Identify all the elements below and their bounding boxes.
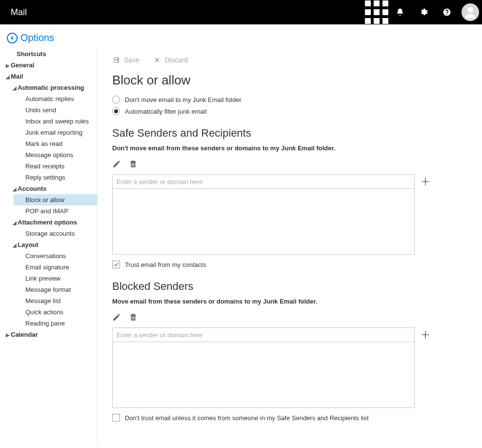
pencil-icon	[112, 313, 121, 322]
blocked-senders-list[interactable]	[112, 342, 415, 408]
radio-auto-filter-label: Automatically filter junk email	[125, 108, 207, 115]
trash-icon	[129, 313, 138, 322]
radio-auto-filter-row[interactable]: Automatically filter junk email	[112, 107, 467, 115]
sidebar-calendar[interactable]: ▶Calendar	[0, 329, 97, 340]
sidebar-calendar-label: Calendar	[11, 331, 38, 338]
safe-senders-desc: Don't move email from these senders or d…	[112, 144, 467, 152]
blocked-senders-title: Blocked Senders	[112, 280, 467, 293]
radio-no-move[interactable]	[112, 96, 120, 103]
trust-contacts-label: Trust email from my contacts	[125, 261, 206, 268]
blocked-sender-input[interactable]	[112, 327, 415, 342]
only-safe-checkbox[interactable]	[112, 414, 120, 422]
radio-no-move-row[interactable]: Don't move email to my Junk Email folder	[112, 96, 467, 103]
chevron-down-icon: ◢	[13, 243, 18, 248]
plus-icon	[421, 330, 430, 340]
settings-button[interactable]	[412, 0, 435, 24]
safe-edit-button[interactable]	[112, 160, 121, 170]
sidebar-pop-imap[interactable]: POP and IMAP	[14, 205, 97, 217]
sidebar-block-or-allow[interactable]: Block or allow	[14, 194, 97, 205]
sidebar-shortcuts[interactable]: Shortcuts	[0, 48, 97, 60]
sidebar-layout[interactable]: ◢Layout	[7, 239, 97, 250]
header-actions	[365, 0, 482, 24]
safe-senders-editor: Trust email from my contacts	[112, 160, 467, 268]
sidebar-message-format[interactable]: Message format	[14, 284, 97, 295]
trust-contacts-checkbox[interactable]	[112, 261, 120, 268]
svg-rect-8	[382, 18, 388, 24]
sidebar-item-label: Automatic processing	[18, 84, 84, 91]
svg-point-9	[467, 7, 473, 12]
chevron-down-icon: ◢	[13, 220, 18, 225]
sidebar-storage-accounts[interactable]: Storage accounts	[14, 228, 97, 239]
blocked-edit-button[interactable]	[112, 313, 121, 324]
discard-button[interactable]: Discard	[153, 56, 188, 64]
sidebar-accounts[interactable]: ◢Accounts	[7, 183, 97, 194]
page-title: Block or allow	[112, 73, 467, 88]
app-launcher-icon	[365, 0, 388, 24]
blocked-delete-button[interactable]	[129, 313, 138, 324]
sidebar-junk-email-reporting[interactable]: Junk email reporting	[14, 127, 97, 138]
svg-rect-0	[365, 0, 371, 6]
safe-sender-input[interactable]	[112, 174, 415, 189]
svg-rect-1	[374, 0, 380, 6]
svg-rect-5	[382, 9, 388, 15]
help-button[interactable]	[435, 0, 459, 24]
svg-rect-7	[374, 18, 380, 24]
chevron-right-icon: ▶	[6, 332, 11, 338]
blocked-add-button[interactable]	[420, 329, 431, 341]
sidebar-inbox-sweep-rules[interactable]: Inbox and sweep rules	[14, 116, 97, 127]
blocked-senders-toolbar	[112, 313, 467, 324]
sidebar-reply-settings[interactable]: Reply settings	[14, 172, 97, 183]
sidebar-mark-as-read[interactable]: Mark as read	[14, 138, 97, 149]
sidebar-email-signature[interactable]: Email signature	[14, 262, 97, 273]
sidebar-conversations[interactable]: Conversations	[14, 250, 97, 262]
safe-senders-list[interactable]	[112, 189, 415, 255]
app-launcher-button[interactable]	[365, 0, 388, 24]
options-header: Options	[0, 24, 482, 47]
plus-icon	[421, 177, 430, 186]
safe-delete-button[interactable]	[129, 160, 138, 170]
safe-senders-title: Safe Senders and Recipients	[112, 127, 467, 140]
sidebar-read-receipts[interactable]: Read receipts	[14, 161, 97, 172]
radio-auto-filter[interactable]	[112, 107, 120, 115]
chevron-down-icon: ◢	[6, 74, 11, 80]
sidebar-item-label: Layout	[18, 241, 39, 248]
sidebar-undo-send[interactable]: Undo send	[14, 104, 97, 116]
sidebar-attachment-options[interactable]: ◢Attachment options	[7, 217, 97, 228]
sidebar-general-label: General	[11, 61, 34, 69]
discard-label: Discard	[165, 56, 188, 64]
save-label: Save	[124, 56, 140, 64]
pencil-icon	[112, 160, 121, 168]
chevron-down-icon: ◢	[13, 85, 18, 91]
sidebar-automatic-replies[interactable]: Automatic replies	[14, 93, 97, 104]
safe-add-button[interactable]	[420, 176, 431, 187]
sidebar-mail[interactable]: ◢Mail	[0, 71, 97, 82]
save-icon	[112, 56, 120, 64]
sidebar-message-list[interactable]: Message list	[14, 295, 97, 306]
notifications-button[interactable]	[388, 0, 412, 24]
sidebar-reading-pane[interactable]: Reading pane	[14, 318, 97, 329]
help-icon	[442, 8, 451, 17]
svg-rect-2	[382, 0, 388, 6]
svg-rect-6	[365, 18, 371, 24]
account-button[interactable]	[459, 0, 482, 24]
app-header: Mail	[0, 0, 482, 24]
sidebar-general[interactable]: ▶General	[0, 60, 97, 71]
sidebar-message-options[interactable]: Message options	[14, 149, 97, 161]
sidebar-item-label: Accounts	[18, 185, 46, 192]
check-icon	[113, 262, 119, 267]
svg-rect-3	[365, 9, 371, 15]
back-button[interactable]	[7, 33, 18, 43]
chevron-right-icon: ▶	[6, 63, 11, 68]
sidebar-automatic-processing[interactable]: ◢Automatic processing	[7, 82, 97, 93]
sidebar-quick-actions[interactable]: Quick actions	[14, 306, 97, 318]
bell-icon	[396, 8, 404, 17]
trust-contacts-row[interactable]: Trust email from my contacts	[112, 261, 467, 268]
blocked-senders-editor: Don't trust email unless it comes from s…	[112, 313, 467, 422]
chevron-down-icon: ◢	[13, 186, 18, 192]
sidebar-link-preview[interactable]: Link preview	[14, 273, 97, 284]
only-safe-row[interactable]: Don't trust email unless it comes from s…	[112, 414, 467, 422]
blocked-senders-desc: Move email from these senders or domains…	[112, 298, 467, 305]
close-icon	[153, 56, 161, 64]
trash-icon	[129, 160, 138, 168]
save-button[interactable]: Save	[112, 56, 140, 64]
